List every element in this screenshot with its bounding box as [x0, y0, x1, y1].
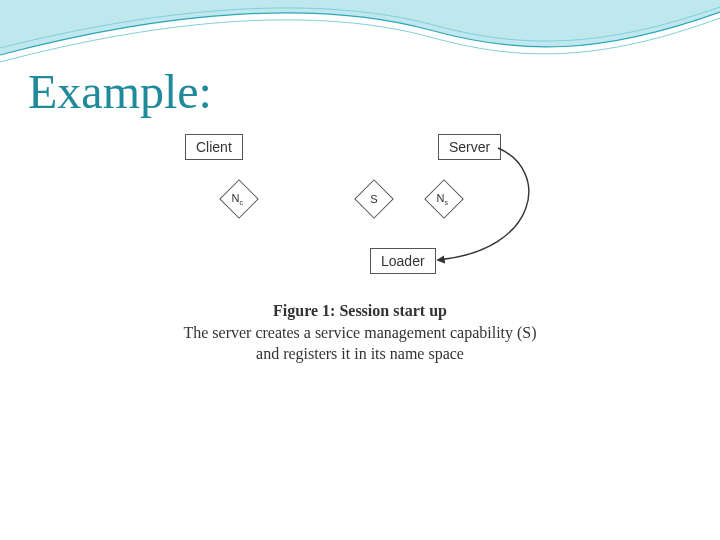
nc-diamond: Nc: [219, 179, 259, 219]
ns-diamond: Ns: [424, 179, 464, 219]
caption: Figure 1: Session start up The server cr…: [0, 300, 720, 365]
loader-box: Loader: [370, 248, 436, 274]
slide: Example: Client Server Loader Nc S Ns Fi…: [0, 0, 720, 540]
slide-title: Example:: [28, 64, 212, 119]
s-label: S: [361, 186, 387, 212]
server-box: Server: [438, 134, 501, 160]
caption-line-3: and registers it in its name space: [0, 343, 720, 365]
caption-line-2: The server creates a service management …: [0, 322, 720, 344]
figure-label: Figure 1: Session start up: [0, 300, 720, 322]
session-diagram: Client Server Loader Nc S Ns: [150, 130, 570, 290]
nc-label: Nc: [224, 185, 250, 216]
decorative-wave: [0, 0, 720, 70]
ns-label: Ns: [429, 185, 455, 216]
client-box: Client: [185, 134, 243, 160]
s-diamond: S: [354, 179, 394, 219]
